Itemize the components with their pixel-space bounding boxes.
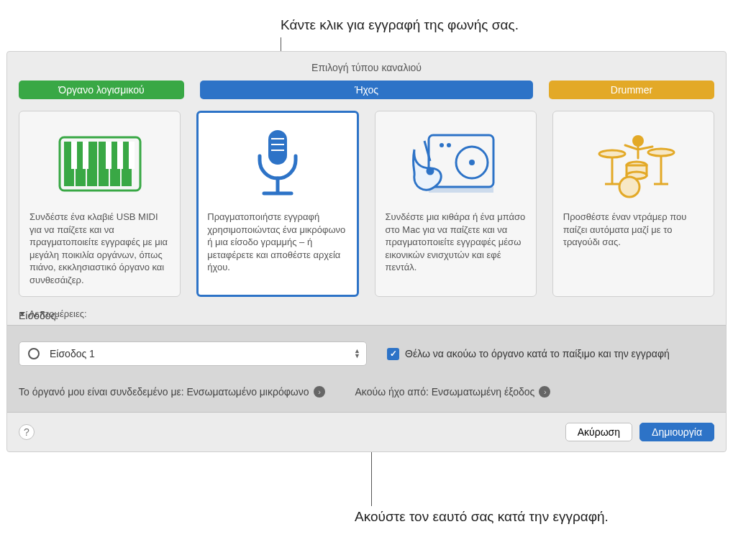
input-device-label: Το όργανό μου είναι συνδεδεμένο με: Ενσω… [19, 386, 309, 398]
create-button[interactable]: Δημιουργία [639, 423, 714, 441]
svg-point-23 [447, 143, 451, 147]
tab-drummer[interactable]: Drummer [549, 81, 714, 99]
microphone-icon [231, 124, 324, 203]
svg-point-22 [440, 143, 444, 147]
checkbox-checked-icon: ✓ [387, 348, 399, 360]
drummer-icon [586, 124, 680, 203]
cancel-button[interactable]: Ακύρωση [565, 423, 632, 441]
svg-rect-8 [83, 142, 88, 169]
svg-point-26 [632, 135, 644, 147]
svg-point-21 [469, 160, 475, 165]
guitar-amp-icon [409, 124, 502, 203]
card-software-instrument[interactable]: Συνδέστε ένα κλαβιέ USB MIDI για να παίζ… [19, 111, 181, 297]
input-device-link[interactable]: Το όργανό μου είναι συνδεδεμένο με: Ενσω… [19, 386, 325, 398]
svg-point-27 [599, 150, 625, 157]
pane-title: Επιλογή τύπου καναλιού [7, 52, 726, 81]
svg-rect-9 [106, 142, 111, 169]
card-guitar[interactable]: Συνδέστε μια κιθάρα ή ένα μπάσο στο Mac … [375, 111, 537, 297]
input-channel-icon [28, 348, 40, 359]
svg-rect-19 [429, 187, 493, 193]
card-drummer[interactable]: Προσθέστε έναν ντράμερ που παίζει αυτόμα… [552, 111, 714, 297]
input-label: Είσοδος: [19, 310, 58, 321]
svg-point-29 [648, 149, 674, 156]
callout-top: Κάντε κλικ για εγγραφή της φωνής σας. [281, 17, 519, 33]
svg-rect-3 [87, 142, 97, 186]
track-cards: Συνδέστε ένα κλαβιέ USB MIDI για να παίζ… [7, 104, 726, 308]
svg-rect-11 [129, 142, 135, 169]
card-guitar-desc: Συνδέστε μια κιθάρα ή ένα μπάσο στο Mac … [386, 211, 526, 274]
card-mic-desc: Πραγματοποιήστε εγγραφή χρησιμοποιώντας … [207, 211, 347, 274]
tab-audio[interactable]: Ήχος [200, 81, 533, 99]
svg-rect-10 [117, 142, 123, 169]
input-select[interactable]: Είσοδος 1 ▲▼ [19, 341, 367, 366]
chevron-up-down-icon: ▲▼ [354, 349, 360, 359]
output-device-link[interactable]: Ακούω ήχο από: Ενσωματωμένη έξοδος › [355, 386, 551, 398]
chevron-right-icon: › [314, 386, 325, 398]
help-button[interactable]: ? [19, 424, 35, 440]
card-drummer-desc: Προσθέστε έναν ντράμερ που παίζει αυτόμα… [563, 211, 704, 249]
input-value: Είσοδος 1 [50, 348, 354, 359]
card-software-desc: Συνδέστε ένα κλαβιέ USB MIDI για να παίζ… [29, 211, 170, 286]
card-microphone[interactable]: Πραγματοποιήστε εγγραφή χρησιμοποιώντας … [196, 111, 358, 297]
track-type-tabs: Όργανο λογισμικού Ήχος Drummer [7, 81, 726, 104]
dialog-footer: ? Ακύρωση Δημιουργία [7, 413, 726, 451]
svg-rect-7 [71, 142, 77, 169]
new-track-pane: Επιλογή τύπου καναλιού Όργανο λογισμικού… [6, 51, 727, 452]
chevron-right-icon: › [539, 386, 550, 398]
svg-rect-12 [268, 130, 287, 165]
details-panel: Είσοδος: Είσοδος 1 ▲▼ ✓ Θέλω να ακούω το… [7, 325, 726, 413]
callout-bottom: Ακούστε τον εαυτό σας κατά την εγγραφή. [355, 508, 609, 526]
monitor-checkbox-label: Θέλω να ακούω το όργανο κατά το παίξιμο … [405, 348, 670, 359]
keyboard-icon [53, 124, 147, 203]
svg-point-25 [427, 168, 433, 174]
details-disclosure[interactable]: ▼ Λεπτομέρειες: [7, 308, 726, 325]
svg-point-34 [619, 177, 639, 197]
tab-software-instrument[interactable]: Όργανο λογισμικού [19, 81, 184, 99]
output-device-label: Ακούω ήχο από: Ενσωματωμένη έξοδος [355, 386, 535, 398]
monitor-checkbox-row[interactable]: ✓ Θέλω να ακούω το όργανο κατά το παίξιμ… [387, 348, 670, 360]
